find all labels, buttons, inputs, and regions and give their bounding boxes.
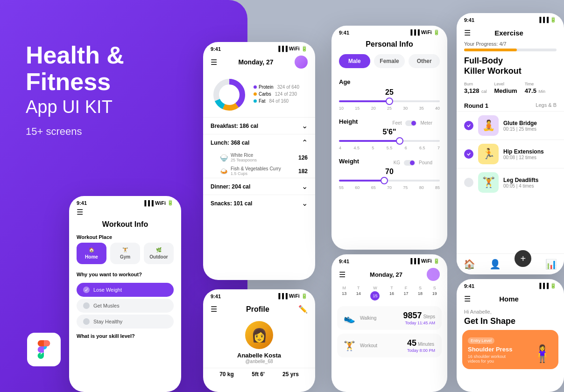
- hamburger-icon[interactable]: ☰: [211, 305, 217, 314]
- hamburger-icon[interactable]: ☰: [211, 58, 217, 67]
- macro-carbs: Carbs 124 of 230: [254, 91, 299, 97]
- edit-icon[interactable]: ✏️: [298, 305, 308, 314]
- card-illustration: 🧍‍♀️: [532, 336, 553, 364]
- cal-day-tue: T14: [356, 286, 361, 301]
- macro-fat-value: 84 of 160: [269, 98, 289, 104]
- hamburger-icon[interactable]: ☰: [464, 28, 471, 37]
- height-meter-label: Meter: [420, 120, 432, 126]
- hero-screens: 15+ screens: [26, 126, 124, 138]
- add-nav-button[interactable]: +: [515, 250, 531, 267]
- exercise-status-pending: [464, 178, 473, 187]
- age-value: 25: [339, 88, 440, 97]
- circle-icon: [83, 302, 90, 309]
- food-icon: 🍛: [220, 168, 228, 175]
- home-phone: 9:41 ▐▐▐ 🔋 ☰ Home Hi Anabelle, Get In Sh…: [457, 279, 564, 392]
- status-time: 9:41: [211, 294, 221, 299]
- cal-day-fri: F17: [404, 286, 409, 301]
- macro-protein-label: Protein: [259, 84, 274, 90]
- hamburger-icon[interactable]: ☰: [339, 270, 345, 279]
- home-nav-icon[interactable]: 🏠: [464, 259, 475, 270]
- nutrition-donut-chart: [211, 76, 248, 113]
- hero-section: Health & Fitness App UI KIT 15+ screens: [26, 42, 124, 138]
- cal-day-thu: T16: [389, 286, 394, 301]
- leg-deadlifts-info: Leg Deadlifts 00:05 | 4 times: [503, 177, 557, 189]
- weight-unit-toggle[interactable]: KG Pound: [394, 160, 440, 166]
- place-outdoor-button[interactable]: 🌿 Outdoor: [144, 243, 174, 264]
- hamburger-icon[interactable]: ☰: [77, 208, 83, 217]
- age-slider[interactable]: [339, 100, 440, 102]
- lunch-row[interactable]: Lunch: 368 cal ⌃: [203, 134, 315, 151]
- exercise-glute-bridge[interactable]: 🧘 Glute Bridge 00:15 | 25 times: [457, 111, 564, 140]
- leg-deadlifts-thumbnail: 🏋️: [478, 172, 499, 193]
- home-title: Home: [499, 295, 519, 303]
- card-text: Entry Level Shoulder Press 16 shoulder w…: [468, 336, 512, 364]
- goal-lose-weight[interactable]: ✓ Lose Weight: [77, 283, 174, 297]
- status-bar: 9:41 ▐▐▐ WiFi 🔋: [203, 289, 315, 301]
- food-icon: 🍚: [220, 154, 228, 161]
- white-rice-cal: 126: [298, 154, 308, 161]
- white-rice-row: 🍚 White Rice 25 Teaspoons 126: [203, 151, 315, 164]
- status-time: 9:41: [77, 200, 87, 206]
- steps-header: ☰ Monday, 27: [331, 266, 447, 285]
- figma-icon: [27, 333, 61, 366]
- bottom-navigation: 🏠 👤 + 📊: [457, 253, 564, 274]
- hero-title-line1: Health &: [26, 42, 124, 69]
- card-subtitle: 16 shoulder workoutvideos for you: [468, 354, 512, 364]
- dinner-label: Dinner: 204 cal: [211, 183, 250, 190]
- cal-day-wed-today[interactable]: W15: [370, 286, 380, 301]
- exercise-stats: Burn 3,128 cal Level Medium Time 47.5 Mi…: [457, 78, 564, 98]
- workout-info-title: Workout Info: [69, 218, 181, 232]
- exercise-leg-deadlifts[interactable]: 🏋️ Leg Deadlifts 00:05 | 4 times: [457, 168, 564, 196]
- personal-info-phone: 9:41 ▐▐▐ WiFi 🔋 Personal Info Male Femal…: [331, 26, 447, 250]
- walking-time: Today 11:45 AM: [403, 321, 435, 325]
- weight-label: Weight: [339, 158, 359, 165]
- steps-unit: Steps: [423, 314, 435, 319]
- workout-info-phone: 9:41 ▐▐▐ WiFi 🔋 ☰ Workout Info Workout P…: [69, 196, 181, 392]
- chart-nav-icon[interactable]: 📊: [545, 259, 557, 270]
- home-headline: Get In Shape: [457, 316, 564, 330]
- workout-name: Full-BodyKiller Workout: [457, 51, 564, 78]
- profile-stat-age: 25 yrs: [282, 371, 299, 378]
- place-home-button[interactable]: 🏠 Home: [77, 243, 106, 264]
- weight-pound-label: Pound: [419, 160, 432, 165]
- chevron-up-icon: ⌃: [302, 138, 308, 147]
- gender-other-button[interactable]: Other: [409, 54, 440, 68]
- goal-get-muscles[interactable]: Get Musles: [77, 299, 174, 313]
- curry-cal: 182: [298, 168, 308, 175]
- goal-stay-healthy[interactable]: Stay Healthy: [77, 315, 174, 329]
- snacks-row[interactable]: Snacks: 101 cal ⌄: [203, 195, 315, 211]
- white-rice-detail: 25 Teaspoons: [231, 158, 257, 162]
- breakfast-row[interactable]: Breakfast: 186 cal ⌄: [203, 117, 315, 134]
- height-range: 44.555.566.57: [339, 146, 440, 150]
- status-icons: ▐▐▐ WiFi 🔋: [142, 200, 174, 206]
- card-title: Shoulder Press: [468, 346, 512, 353]
- height-unit-toggle[interactable]: Feet Meter: [392, 120, 440, 126]
- round-text: Round 1: [464, 102, 488, 109]
- weight-section: Weight KG Pound 70 55606570758085: [331, 154, 447, 194]
- hip-extensions-detail: 00:08 | 12 times: [503, 155, 557, 160]
- height-section: Height Feet Meter 5'6" 44.555.566.57: [331, 114, 447, 154]
- round-sub: Legs & B: [536, 102, 557, 109]
- workout-question: Why you want to workout?: [69, 269, 181, 281]
- height-slider[interactable]: [339, 140, 440, 142]
- profile-nav-icon[interactable]: 👤: [489, 259, 501, 270]
- profile-title: Profile: [217, 305, 298, 314]
- cal-day-mon: M13: [342, 286, 346, 301]
- hip-extensions-thumbnail: 🏃: [478, 144, 499, 164]
- home-workout-card[interactable]: Entry Level Shoulder Press 16 shoulder w…: [462, 330, 558, 369]
- stat-weight-value: 70 kg: [219, 371, 234, 378]
- progress-label: Your Progress: 4/7: [457, 41, 564, 49]
- exercise-hip-extensions[interactable]: 🏃 Hip Extensions 00:08 | 12 times: [457, 140, 564, 168]
- gender-male-button[interactable]: Male: [339, 54, 370, 68]
- protein-dot: [254, 85, 257, 89]
- walking-icon: 👟: [344, 313, 355, 324]
- chevron-down-icon: ⌄: [302, 199, 308, 208]
- weight-slider[interactable]: [339, 180, 440, 182]
- dinner-row[interactable]: Dinner: 204 cal ⌄: [203, 178, 315, 195]
- curry-detail: 1.5 Cups: [231, 171, 281, 176]
- gender-female-button[interactable]: Female: [374, 54, 405, 68]
- height-label: Height: [339, 118, 358, 125]
- card-badge: Entry Level: [468, 337, 494, 344]
- hamburger-icon[interactable]: ☰: [464, 294, 471, 303]
- place-gym-button[interactable]: 🏋️ Gym: [110, 243, 140, 264]
